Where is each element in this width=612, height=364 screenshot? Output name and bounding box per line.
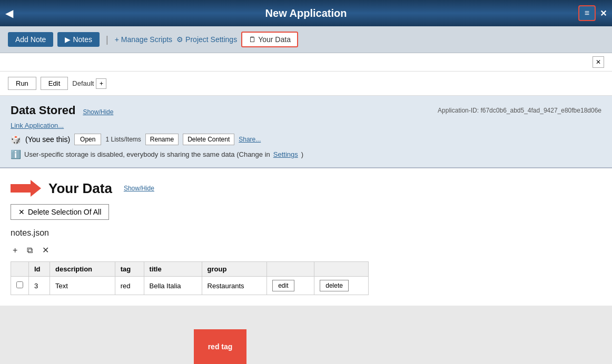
open-button[interactable]: Open (74, 134, 101, 145)
arrow-icon (11, 179, 42, 198)
add-tab-button[interactable]: + (96, 78, 106, 89)
your-data-icon: 🗒 (249, 35, 256, 44)
table-row: 3 Text red Bella Italia Restaurants edit… (11, 277, 369, 295)
notes-json-label: notes.json (11, 228, 601, 238)
default-label-text: Default (72, 79, 94, 87)
col-delete-action (314, 262, 369, 277)
table-header-row: Id description tag title group (11, 262, 369, 277)
col-edit-action (267, 262, 314, 277)
delete-selection-label: Delete Selection Of All (28, 208, 101, 216)
edit-button[interactable]: Edit (41, 77, 68, 90)
app-header: ◀ New Application ≡ ✕ (0, 0, 612, 26)
default-tab: Default + (72, 78, 106, 89)
delete-selection-button[interactable]: ✕ Delete Selection Of All (11, 204, 109, 220)
data-table: Id description tag title group 3 Text re… (11, 261, 369, 295)
plus-icon: + (115, 35, 119, 44)
manage-scripts-link[interactable]: + Manage Scripts (115, 35, 172, 44)
link-application-link[interactable]: Link Application... (11, 122, 601, 129)
your-data-show-hide[interactable]: Show/Hide (124, 185, 154, 192)
row-group: Restaurants (202, 277, 267, 295)
info-icon: ℹ️ (11, 149, 21, 159)
table-add-button[interactable]: + (11, 245, 19, 256)
back-button[interactable]: ◀ (5, 7, 13, 19)
toolbar-separator: | (106, 34, 108, 45)
you-see-this-row: 🎲 (You see this) Open 1 Lists/Items Rena… (11, 134, 601, 145)
manage-scripts-label: Manage Scripts (121, 35, 172, 44)
red-tag-label: red tag (208, 342, 233, 351)
data-stored-header: Data Stored Show/Hide Application-ID: f6… (11, 104, 601, 117)
data-stored-title: Data Stored (11, 104, 75, 117)
info-suffix: ) (301, 150, 303, 158)
red-tag: red tag (194, 329, 246, 364)
your-data-section: Your Data Show/Hide ✕ Delete Selection O… (0, 168, 612, 306)
col-tag: tag (115, 262, 144, 277)
table-remove-button[interactable]: ✕ (40, 244, 51, 256)
delete-content-button[interactable]: Delete Content (183, 134, 234, 145)
edit-row-button[interactable]: edit (272, 280, 294, 291)
row-tag: red (115, 277, 144, 295)
col-id: Id (29, 262, 50, 277)
col-description: description (50, 262, 115, 277)
delete-x-icon: ✕ (18, 208, 25, 216)
settings-icon: ⚙ (176, 35, 183, 44)
run-button[interactable]: Run (8, 77, 36, 90)
row-description: Text (50, 277, 115, 295)
you-see-this-label: (You see this) (25, 135, 70, 144)
menu-button[interactable]: ≡ (578, 5, 596, 21)
row-title: Bella Italia (144, 277, 202, 295)
info-row: ℹ️ User-specific storage is disabled, ev… (11, 149, 601, 159)
app-title: New Application (265, 7, 347, 19)
your-data-header: Your Data Show/Hide (11, 179, 601, 198)
data-stored-title-row: Data Stored Show/Hide (11, 104, 113, 117)
notes-button[interactable]: ▶ Notes (57, 32, 100, 47)
row-checkbox-cell[interactable] (11, 277, 29, 295)
close-button[interactable]: ✕ (600, 8, 607, 18)
row-edit-cell[interactable]: edit (267, 277, 314, 295)
notification-close-button[interactable]: ✕ (593, 56, 604, 68)
info-text: User-specific storage is disabled, every… (24, 150, 270, 158)
cube-icon: 🎲 (11, 135, 21, 145)
notes-label: Notes (73, 35, 92, 44)
row-id: 3 (29, 277, 50, 295)
project-settings-label: Project Settings (185, 35, 237, 44)
data-stored-show-hide[interactable]: Show/Hide (83, 108, 113, 116)
col-group: group (202, 262, 267, 277)
row-checkbox[interactable] (16, 281, 23, 288)
col-title: title (144, 262, 202, 277)
svg-marker-0 (11, 180, 41, 197)
app-id: Application-ID: f67dc0b6_abd5_4fad_9427_… (438, 107, 601, 114)
settings-link[interactable]: Settings (273, 150, 298, 158)
add-note-button[interactable]: Add Note (8, 32, 53, 47)
table-copy-button[interactable]: ⧉ (25, 245, 35, 256)
row-delete-cell[interactable]: delete (314, 277, 369, 295)
table-actions: + ⧉ ✕ (11, 244, 601, 256)
play-icon: ▶ (65, 35, 71, 44)
data-stored-section: Data Stored Show/Hide Application-ID: f6… (0, 96, 612, 168)
your-data-label: Your Data (258, 35, 291, 44)
share-button[interactable]: Share... (239, 134, 261, 145)
your-data-title: Your Data (48, 180, 112, 197)
run-edit-bar: Run Edit Default + (0, 72, 612, 96)
delete-row-button[interactable]: delete (320, 280, 349, 291)
notification-bar: ✕ (0, 53, 612, 72)
lists-items-label: 1 Lists/Items (105, 136, 141, 143)
project-settings-link[interactable]: ⚙ Project Settings (176, 35, 237, 44)
col-checkbox (11, 262, 29, 277)
your-data-button[interactable]: 🗒 Your Data (241, 32, 298, 47)
toolbar: Add Note ▶ Notes | + Manage Scripts ⚙ Pr… (0, 26, 612, 53)
rename-button[interactable]: Rename (145, 134, 179, 145)
